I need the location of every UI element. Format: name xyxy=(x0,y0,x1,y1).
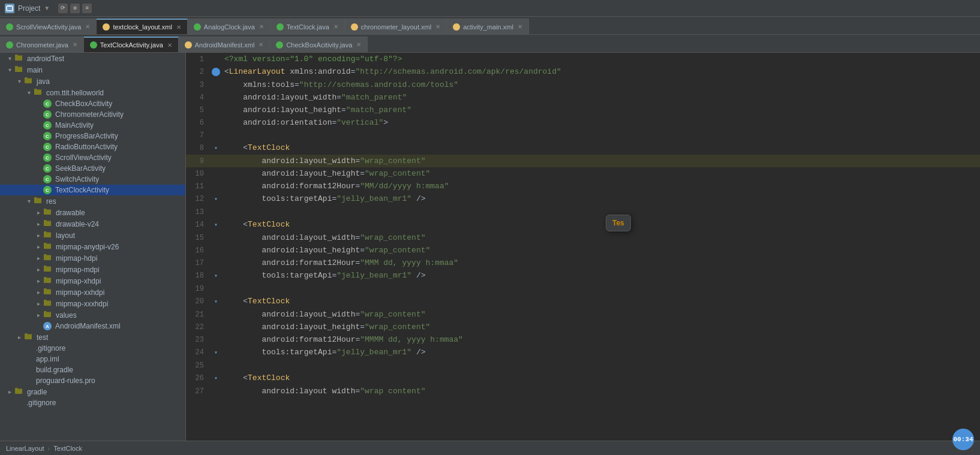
editor-area[interactable]: 1<?xml version="1.0" encoding="utf-8"?>2… xyxy=(186,53,980,441)
tab-label-textclock_java: TextClock.java xyxy=(287,23,329,31)
line-content-7[interactable] xyxy=(222,129,980,141)
tab2-close-chronometer_java[interactable]: ✕ xyxy=(73,41,77,48)
line-content-27[interactable]: android:layout width="wrap content" xyxy=(222,385,980,397)
fold-arrow-8[interactable]: ▾ xyxy=(214,145,218,152)
sidebar-item-25[interactable]: ▸test xyxy=(0,332,185,343)
sidebar-item-2[interactable]: ▾java xyxy=(0,76,185,87)
sidebar-item-15[interactable]: ▸drawable-v24 xyxy=(0,218,185,230)
sidebar-item-12[interactable]: CTextClockActivity xyxy=(0,185,185,195)
tab-analogclock[interactable]: AnalogClock.java✕ xyxy=(188,19,270,34)
sidebar-item-18[interactable]: ▸mipmap-hdpi xyxy=(0,252,185,264)
line-content-3[interactable]: xmlns:tools="http://schemas.android.com/… xyxy=(222,79,980,91)
timer-badge[interactable]: 00:34 xyxy=(952,429,974,450)
gear2-icon[interactable]: ≡ xyxy=(82,4,92,13)
tab2-textclockactivity[interactable]: TextClockActivity.java✕ xyxy=(84,37,179,52)
tab-close-textclock_layout[interactable]: ✕ xyxy=(176,24,181,31)
tab2-close-androidmanifest[interactable]: ✕ xyxy=(258,41,263,48)
fold-arrow-14[interactable]: ▾ xyxy=(214,222,218,228)
line-content-12[interactable]: tools:targetApi="jelly_bean_mr1" /> xyxy=(222,192,980,206)
sidebar-item-22[interactable]: ▸mipmap-xxxhdpi xyxy=(0,298,185,309)
line-content-10[interactable]: android:layout_height="wrap_content" xyxy=(222,167,980,180)
sidebar-item-21[interactable]: ▸mipmap-xxhdpi xyxy=(0,287,185,298)
sidebar-label-17: mipmap-anydpi-v26 xyxy=(56,243,119,251)
breadcrumb-textclock[interactable]: TextClock xyxy=(53,445,82,452)
sidebar-item-13[interactable]: ▾res xyxy=(0,195,185,207)
sidebar-item-0[interactable]: ▾androidTest xyxy=(0,53,185,64)
tab-scrollview[interactable]: ScrollViewActivity.java✕ xyxy=(0,19,97,34)
sidebar-item-9[interactable]: CScrollViewActivity xyxy=(0,152,185,163)
sidebar-item-5[interactable]: CChromometerAcitivity xyxy=(0,109,185,120)
tab-close-textclock_java[interactable]: ✕ xyxy=(333,23,338,30)
tab-close-activity_main[interactable]: ✕ xyxy=(518,23,522,30)
line-content-19[interactable] xyxy=(222,282,980,295)
breakpoint-2[interactable] xyxy=(212,68,220,76)
sidebar-item-26[interactable]: .gitignore xyxy=(0,343,185,354)
fold-arrow-24[interactable]: ▾ xyxy=(214,349,218,356)
line-content-20[interactable]: <TextClock xyxy=(222,295,980,308)
line-content-8[interactable]: <TextClock xyxy=(222,141,980,155)
sidebar-item-3[interactable]: ▾com.ttit.helloworld xyxy=(0,87,185,98)
line-content-1[interactable]: <?xml version="1.0" encoding="utf-8"?> xyxy=(222,53,980,65)
settings-icon[interactable]: ⚙ xyxy=(70,4,80,13)
sidebar-item-7[interactable]: CProgressBarActivity xyxy=(0,131,185,141)
line-num-27: 27 xyxy=(186,385,210,397)
sidebar-item-11[interactable]: CSwitchActivity xyxy=(0,174,185,185)
line-content-9[interactable]: android:layout_width="wrap_content" xyxy=(222,155,980,167)
sidebar-item-14[interactable]: ▸drawable xyxy=(0,207,185,218)
sidebar-item-6[interactable]: CMainActivity xyxy=(0,120,185,131)
sidebar-item-19[interactable]: ▸mipmap-mdpi xyxy=(0,264,185,275)
line-content-14[interactable]: <TextClock xyxy=(222,218,980,231)
fold-arrow-26[interactable]: ▾ xyxy=(214,375,218,382)
fold-arrow-12[interactable]: ▾ xyxy=(214,196,218,203)
line-content-21[interactable]: android:layout_width="wrap_content" xyxy=(222,308,980,321)
sidebar-item-23[interactable]: ▸values xyxy=(0,309,185,321)
breadcrumb-linearlayout[interactable]: LinearLayout xyxy=(6,445,44,452)
sidebar-item-27[interactable]: app.iml xyxy=(0,354,185,364)
sidebar-item-28[interactable]: build.gradle xyxy=(0,364,185,375)
tab-close-chronometer_layout[interactable]: ✕ xyxy=(435,23,440,30)
tab2-close-textclockactivity[interactable]: ✕ xyxy=(167,42,172,49)
sidebar-item-24[interactable]: AAndroidManifest.xml xyxy=(0,321,185,332)
line-content-18[interactable]: tools:targetApi="jelly_bean_mr1" /> xyxy=(222,269,980,282)
line-content-22[interactable]: android:layout_height="wrap_content" xyxy=(222,321,980,333)
sidebar-item-10[interactable]: CSeekBarActivity xyxy=(0,163,185,174)
line-num-18: 18 xyxy=(186,269,210,282)
tab-activity_main[interactable]: activity_main.xml✕ xyxy=(447,19,529,34)
sidebar-item-17[interactable]: ▸mipmap-anydpi-v26 xyxy=(0,241,185,252)
tab2-androidmanifest[interactable]: AndroidManifest.xml✕ xyxy=(179,37,270,52)
line-content-4[interactable]: android:layout_width="match_parent" xyxy=(222,91,980,104)
tab2-checkboxactivity[interactable]: CheckBoxAcitivity.java✕ xyxy=(270,37,368,52)
line-content-13[interactable] xyxy=(222,206,980,218)
line-content-2[interactable]: <LinearLayout xmlns:android="http://sche… xyxy=(222,65,980,79)
line-content-5[interactable]: android:layout_height="match_parent" xyxy=(222,104,980,116)
line-content-24[interactable]: tools:targetApi="jelly_bean_mr1" /> xyxy=(222,346,980,359)
line-content-6[interactable]: android:orientation="vertical"> xyxy=(222,116,980,129)
line-content-15[interactable]: android:layout_width="wrap_content" xyxy=(222,231,980,244)
tab-textclock_java[interactable]: TextClock.java✕ xyxy=(270,19,345,34)
tab2-chronometer_java[interactable]: Chronometer.java✕ xyxy=(0,37,84,52)
tab2-close-checkboxactivity[interactable]: ✕ xyxy=(356,41,361,48)
line-content-16[interactable]: android:layout_height="wrap_content" xyxy=(222,244,980,257)
sidebar-item-1[interactable]: ▾main xyxy=(0,64,185,76)
tab-chronometer_layout[interactable]: chronometer_layout.xml✕ xyxy=(345,19,447,34)
tab-close-scrollview[interactable]: ✕ xyxy=(85,23,90,30)
sidebar-item-8[interactable]: CRadioButtonActivity xyxy=(0,141,185,152)
line-content-11[interactable]: android:format12Hour="MM/dd/yyyy h:mmaa" xyxy=(222,180,980,192)
line-gutter-21 xyxy=(210,308,222,321)
tab-close-analogclock[interactable]: ✕ xyxy=(259,23,264,30)
sidebar-item-20[interactable]: ▸mipmap-xhdpi xyxy=(0,275,185,287)
sidebar-item-29[interactable]: proguard-rules.pro xyxy=(0,375,185,386)
line-content-23[interactable]: android:format12Hour="MMMM dd, yyyy h:mm… xyxy=(222,333,980,346)
sidebar-item-4[interactable]: CCheckBoxAcitivity xyxy=(0,98,185,109)
line-content-26[interactable]: <TextClock xyxy=(222,372,980,385)
sidebar-item-31[interactable]: .gitignore xyxy=(0,397,185,408)
line-content-25[interactable] xyxy=(222,359,980,372)
sync-icon[interactable]: ⟳ xyxy=(58,4,68,13)
sidebar-item-16[interactable]: ▸layout xyxy=(0,230,185,241)
line-content-17[interactable]: android:format12Hour="MMM dd, yyyy h:mma… xyxy=(222,257,980,269)
dropdown-symbol[interactable]: ▼ xyxy=(44,5,50,11)
fold-arrow-20[interactable]: ▾ xyxy=(214,299,218,305)
tab-textclock_layout[interactable]: textclock_layout.xml✕ xyxy=(97,19,187,34)
sidebar-item-30[interactable]: ▸gradle xyxy=(0,386,185,397)
fold-arrow-18[interactable]: ▾ xyxy=(214,273,218,279)
